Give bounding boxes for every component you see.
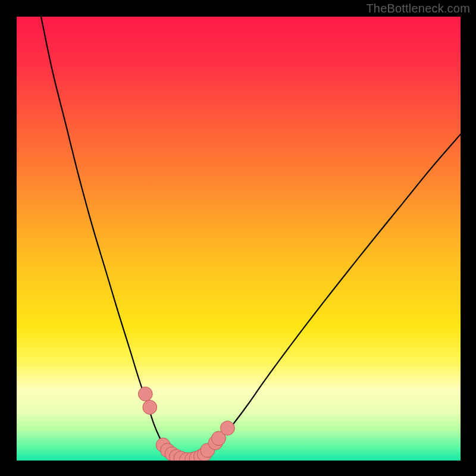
right-curve [187, 134, 461, 461]
left-curve [41, 17, 187, 461]
data-marker [138, 387, 152, 401]
watermark-text: TheBottleneck.com [366, 2, 470, 15]
chart-frame: TheBottleneck.com [0, 0, 476, 476]
data-markers [138, 387, 234, 461]
data-marker [143, 400, 157, 415]
chart-curves [17, 17, 461, 461]
plot-area [17, 17, 461, 461]
data-marker [220, 421, 234, 436]
